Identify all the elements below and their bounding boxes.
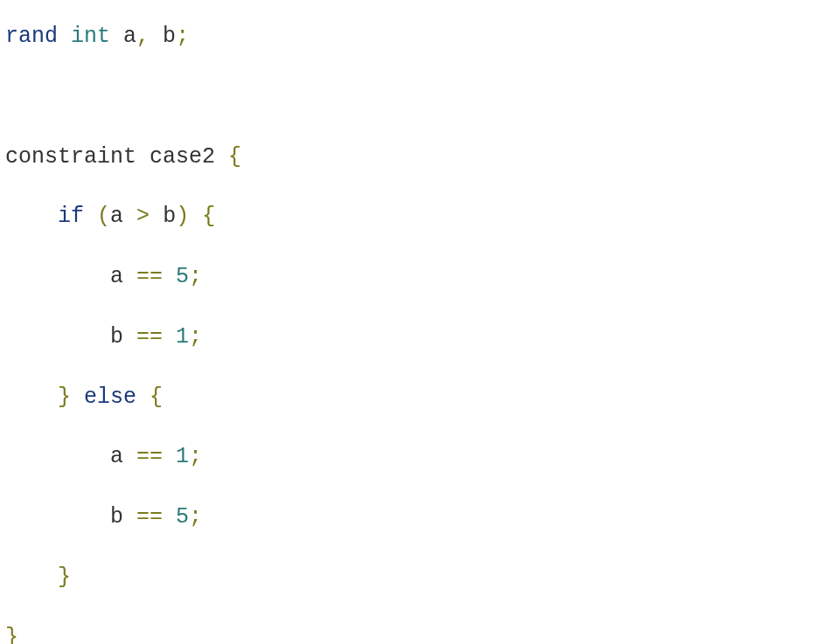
keyword-constraint: constraint <box>5 144 136 170</box>
close-brace: } <box>58 384 71 410</box>
constraint-name: case2 <box>150 144 215 170</box>
open-paren: ( <box>97 204 110 229</box>
code-line-10: } <box>5 564 71 590</box>
comma: , <box>136 24 150 49</box>
keyword-rand: rand <box>5 24 58 49</box>
semicolon: ; <box>189 504 202 530</box>
var-a: a <box>110 264 123 289</box>
number-1: 1 <box>176 444 189 469</box>
indent <box>5 324 110 350</box>
var-b: b <box>163 204 176 229</box>
open-brace: { <box>150 384 163 410</box>
indent <box>5 564 58 590</box>
var-a: a <box>110 204 123 229</box>
code-line-8: a == 1; <box>5 444 202 469</box>
var-b: b <box>163 24 176 49</box>
indent <box>5 204 58 229</box>
indent <box>5 504 110 530</box>
code-line-2 <box>5 84 18 109</box>
number-1: 1 <box>176 324 189 350</box>
code-line-3: constraint case2 { <box>5 144 241 170</box>
number-5: 5 <box>176 264 189 289</box>
code-line-6: b == 1; <box>5 324 202 350</box>
equals-operator: == <box>136 504 163 530</box>
code-line-1: rand int a, b; <box>5 24 189 49</box>
code-line-9: b == 5; <box>5 504 202 530</box>
close-brace: } <box>58 564 71 590</box>
indent <box>5 264 110 289</box>
semicolon: ; <box>189 324 202 350</box>
open-brace: { <box>202 204 215 229</box>
equals-operator: == <box>136 444 163 469</box>
type-int: int <box>71 24 110 49</box>
equals-operator: == <box>136 324 163 350</box>
code-line-11: } <box>5 625 18 645</box>
equals-operator: == <box>136 264 163 289</box>
close-brace: } <box>5 625 18 645</box>
semicolon: ; <box>189 264 202 289</box>
code-block: rand int a, b; constraint case2 { if (a … <box>5 7 823 644</box>
semicolon: ; <box>189 444 202 469</box>
number-5: 5 <box>176 504 189 530</box>
var-a: a <box>110 444 123 469</box>
semicolon: ; <box>176 24 189 49</box>
var-a: a <box>123 24 136 49</box>
keyword-if: if <box>58 204 84 229</box>
var-b: b <box>110 324 123 350</box>
indent <box>5 384 58 410</box>
close-paren: ) <box>176 204 189 229</box>
code-line-5: a == 5; <box>5 264 202 289</box>
keyword-else: else <box>84 384 136 410</box>
code-line-7: } else { <box>5 384 163 410</box>
indent <box>5 444 110 469</box>
var-b: b <box>110 504 123 530</box>
open-brace: { <box>228 144 241 170</box>
code-line-4: if (a > b) { <box>5 204 215 229</box>
greater-than: > <box>136 204 150 229</box>
